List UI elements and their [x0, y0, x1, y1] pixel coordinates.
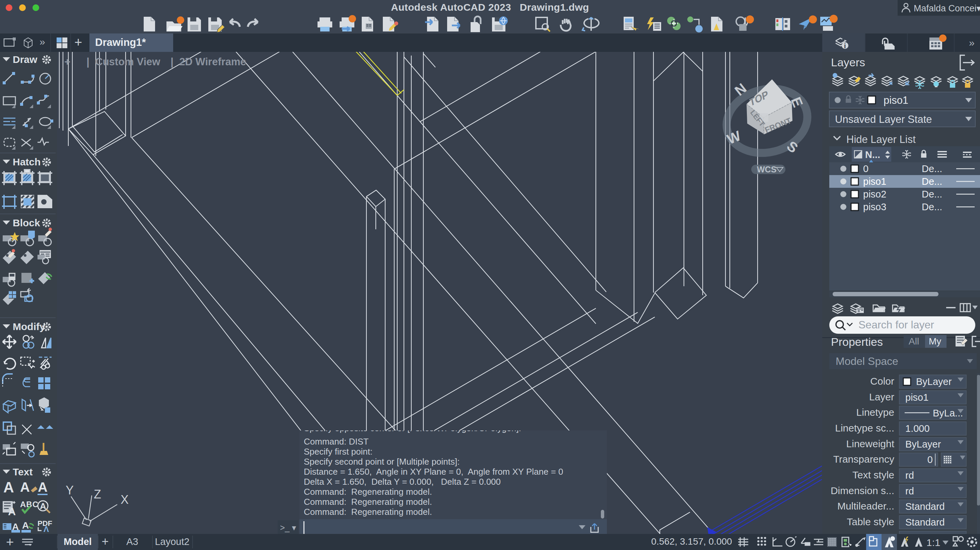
svg-text:My: My [929, 336, 941, 347]
svg-text:Text: Text [13, 466, 32, 477]
svg-text:De...: De... [922, 163, 942, 174]
svg-text:Standard: Standard [905, 501, 945, 512]
svg-text:Layer: Layer [869, 391, 894, 402]
svg-text:rd: rd [905, 486, 914, 496]
svg-text:»: » [969, 37, 975, 48]
svg-text:Linetype sc...: Linetype sc... [835, 423, 894, 434]
svg-text:Hide Layer List: Hide Layer List [846, 134, 916, 145]
svg-text:1.000: 1.000 [905, 423, 930, 434]
svg-text:Lineweight: Lineweight [846, 438, 895, 449]
svg-text:A: A [20, 480, 30, 494]
svg-text:A: A [3, 479, 14, 496]
svg-text:Unsaved Layer State: Unsaved Layer State [835, 113, 932, 125]
svg-text:1:1: 1:1 [926, 537, 940, 548]
svg-text:Dimension s...: Dimension s... [830, 485, 894, 496]
svg-text:X: X [121, 493, 129, 507]
svg-text:A: A [38, 480, 48, 494]
svg-text:ByLayer: ByLayer [916, 376, 952, 387]
svg-text:rd: rd [905, 470, 914, 481]
svg-text:A: A [40, 501, 46, 511]
svg-text:Block: Block [13, 217, 40, 228]
svg-text:Multileader...: Multileader... [837, 501, 894, 512]
svg-text:All: All [908, 336, 919, 347]
svg-text:piso1: piso1 [883, 94, 908, 106]
svg-text:Draw: Draw [13, 54, 38, 65]
svg-text:A: A [8, 505, 16, 518]
svg-text:0: 0 [863, 163, 869, 174]
svg-text:WCS: WCS [757, 165, 776, 174]
svg-text:Standard: Standard [905, 517, 945, 528]
svg-text:Modify: Modify [13, 321, 45, 332]
svg-text:De...: De... [922, 202, 942, 212]
svg-text:Transparency: Transparency [833, 454, 894, 465]
svg-text:Y: Y [66, 485, 74, 497]
svg-text:Table style: Table style [847, 516, 894, 527]
svg-text:Model Space: Model Space [836, 355, 898, 367]
svg-text:Text style: Text style [853, 469, 894, 480]
svg-text:Properties: Properties [831, 335, 883, 348]
svg-text:i: i [844, 42, 846, 49]
svg-text:Layers: Layers [831, 56, 865, 68]
svg-text:0: 0 [928, 454, 933, 465]
svg-text:Z: Z [94, 487, 101, 501]
svg-text:De...: De... [922, 189, 942, 200]
svg-text:A: A [22, 520, 29, 531]
svg-text:Linetype: Linetype [856, 407, 894, 418]
svg-text:piso3: piso3 [863, 202, 886, 212]
svg-text:Hatch: Hatch [13, 156, 41, 167]
svg-text:Λ: Λ [43, 525, 49, 534]
svg-text:piso1: piso1 [863, 176, 886, 187]
svg-text:ByLayer: ByLayer [905, 439, 941, 450]
svg-text:Color: Color [870, 375, 894, 387]
svg-text:Search for layer: Search for layer [858, 319, 934, 331]
svg-text:piso1: piso1 [905, 392, 928, 403]
svg-text:piso2: piso2 [863, 189, 886, 200]
svg-text:De...: De... [922, 176, 942, 187]
svg-text:N...: N... [865, 149, 880, 160]
